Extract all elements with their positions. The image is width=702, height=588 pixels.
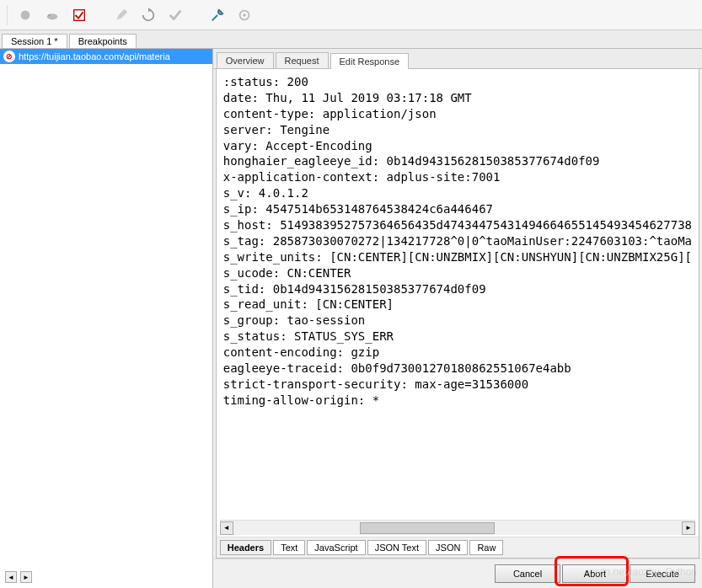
scrollbar-thumb[interactable] <box>360 522 495 534</box>
btab-javascript[interactable]: JavaScript <box>307 540 365 555</box>
detail-tabs: Overview Request Edit Response <box>213 49 702 69</box>
scroll-right-arrow-icon[interactable]: ► <box>682 521 695 535</box>
left-scroll-controls: ◄ ► <box>5 571 32 583</box>
svg-point-1 <box>47 13 58 19</box>
headers-text[interactable]: :status: 200 date: Thu, 11 Jul 2019 03:1… <box>217 69 699 518</box>
session-tabs: Session 1 * Breakpoints <box>0 30 702 49</box>
detail-pane: Overview Request Edit Response :status: … <box>213 49 702 588</box>
main-split: ⊘ https://tuijian.taobao.com/api/materia… <box>0 49 702 588</box>
refresh-icon[interactable] <box>137 4 159 26</box>
abort-button[interactable]: Abort <box>562 564 628 583</box>
svg-point-5 <box>243 13 246 17</box>
horizontal-scrollbar[interactable]: ◄ ► <box>220 520 695 535</box>
separator <box>7 5 8 25</box>
scroll-right-icon[interactable]: ► <box>20 571 32 583</box>
tools-icon[interactable] <box>206 4 228 26</box>
throttle-icon[interactable] <box>41 4 63 26</box>
cancel-button[interactable]: Cancel <box>495 564 560 583</box>
tab-label: Breakpoints <box>78 36 127 46</box>
main-toolbar <box>0 0 702 30</box>
breakpoint-icon[interactable] <box>68 4 90 26</box>
request-list-pane: ⊘ https://tuijian.taobao.com/api/materia… <box>0 49 213 588</box>
edit-icon[interactable] <box>110 4 132 26</box>
stop-icon: ⊘ <box>3 51 15 62</box>
btab-raw[interactable]: Raw <box>469 540 503 555</box>
check-icon[interactable] <box>164 4 186 26</box>
btab-json[interactable]: JSON <box>428 540 468 555</box>
btab-json-text[interactable]: JSON Text <box>367 540 426 555</box>
settings-icon[interactable] <box>233 4 255 26</box>
tab-request[interactable]: Request <box>276 52 329 68</box>
tab-overview[interactable]: Overview <box>217 52 274 68</box>
tab-session-1[interactable]: Session 1 * <box>2 34 67 48</box>
btab-headers[interactable]: Headers <box>220 540 271 555</box>
tab-label: Session 1 * <box>11 36 58 46</box>
scroll-left-arrow-icon[interactable]: ◄ <box>220 521 233 535</box>
btab-text[interactable]: Text <box>273 540 305 555</box>
request-row[interactable]: ⊘ https://tuijian.taobao.com/api/materia <box>0 49 212 64</box>
format-tabs: Headers Text JavaScript JSON Text JSON R… <box>217 537 699 558</box>
svg-point-0 <box>21 10 30 19</box>
tab-edit-response[interactable]: Edit Response <box>330 53 410 69</box>
record-icon[interactable] <box>14 4 36 26</box>
scroll-left-icon[interactable]: ◄ <box>5 571 17 583</box>
svg-point-2 <box>49 14 51 16</box>
action-buttons: Cancel Abort Execute <box>213 559 702 588</box>
tab-breakpoints[interactable]: Breakpoints <box>69 34 137 48</box>
response-content: :status: 200 date: Thu, 11 Jul 2019 03:1… <box>216 69 699 559</box>
request-url: https://tuijian.taobao.com/api/materia <box>19 51 170 61</box>
execute-button[interactable]: Execute <box>630 564 695 583</box>
